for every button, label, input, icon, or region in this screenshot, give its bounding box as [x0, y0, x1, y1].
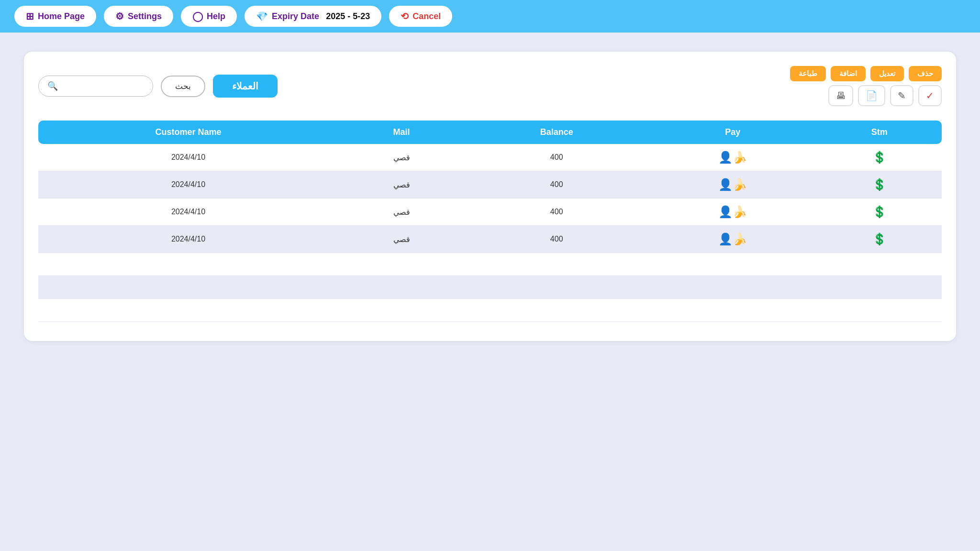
delete-icon: ✓ — [926, 90, 934, 101]
stm-icon: 💲 — [872, 232, 887, 245]
print-icon-button[interactable]: 🖶 — [828, 85, 853, 106]
col-balance: Balance — [465, 121, 648, 144]
cell-customer-name: 2024/4/10 — [38, 198, 338, 226]
cell-customer-name: 2024/4/10 — [38, 144, 338, 171]
card: 🔍 بحث العملاء طباعة اضافة — [24, 52, 956, 341]
homepage-icon: ⊞ — [26, 11, 34, 22]
col-stm: Stm — [817, 121, 942, 144]
cell-mail: قصي — [338, 226, 465, 253]
cell-customer-name: 2024/4/10 — [38, 171, 338, 198]
cell-mail: قصي — [338, 198, 465, 226]
table-row: 2024/4/10قصي400👤🍌💲 — [38, 226, 942, 253]
add-icon-button[interactable]: 📄 — [858, 85, 885, 106]
cancel-icon: ⟲ — [401, 11, 409, 22]
cell-pay[interactable]: 👤🍌 — [648, 144, 817, 171]
cancel-button[interactable]: ⟲ Cancel — [389, 6, 452, 27]
edit-label-button[interactable]: تعديل — [870, 66, 904, 81]
search-icon: 🔍 — [47, 81, 58, 91]
pay-icon: 👤🍌 — [718, 205, 747, 218]
cell-mail: قصي — [338, 171, 465, 198]
search-button[interactable]: بحث — [161, 76, 205, 97]
cell-stm[interactable]: 💲 — [817, 144, 942, 171]
delete-icon-button[interactable]: ✓ — [918, 85, 942, 106]
pay-icon: 👤🍌 — [718, 178, 747, 191]
pay-icon: 👤🍌 — [718, 151, 747, 164]
col-mail: Mail — [338, 121, 465, 144]
main-content: 🔍 بحث العملاء طباعة اضافة — [0, 33, 980, 360]
action-labels: طباعة اضافة تعديل حذف — [790, 66, 942, 81]
col-customer-name: Customer Name — [38, 121, 338, 144]
stm-icon: 💲 — [872, 151, 887, 164]
cell-customer-name: 2024/4/10 — [38, 226, 338, 253]
add-file-icon: 📄 — [866, 90, 878, 101]
table-row-empty — [38, 276, 942, 299]
help-button[interactable]: ◯ Help — [181, 6, 237, 27]
cell-balance: 400 — [465, 144, 648, 171]
stm-icon: 💲 — [872, 205, 887, 218]
top-bar: ⊞ Home Page ⚙ Settings ◯ Help 💎 Expiry D… — [0, 0, 980, 33]
delete-label-button[interactable]: حذف — [909, 66, 942, 81]
cell-balance: 400 — [465, 226, 648, 253]
settings-icon: ⚙ — [115, 11, 124, 22]
search-input[interactable] — [62, 82, 138, 90]
settings-button[interactable]: ⚙ Settings — [104, 6, 173, 27]
action-group: طباعة اضافة تعديل حذف 🖶 — [790, 66, 942, 106]
table-row-empty — [38, 299, 942, 322]
customers-button[interactable]: العملاء — [213, 75, 278, 98]
add-label-button[interactable]: اضافة — [831, 66, 866, 81]
help-icon: ◯ — [192, 11, 203, 22]
cell-stm[interactable]: 💲 — [817, 171, 942, 198]
cell-stm[interactable]: 💲 — [817, 226, 942, 253]
toolbar: 🔍 بحث العملاء طباعة اضافة — [38, 66, 942, 106]
table-row-empty — [38, 253, 942, 276]
edit-icon: ✎ — [898, 90, 906, 101]
cell-balance: 400 — [465, 171, 648, 198]
pay-icon: 👤🍌 — [718, 232, 747, 245]
print-label-button[interactable]: طباعة — [790, 66, 826, 81]
cell-balance: 400 — [465, 198, 648, 226]
action-icons-row: 🖶 📄 ✎ ✓ — [828, 85, 942, 106]
expiry-date-display: 💎 Expiry Date 2025 - 5-23 — [245, 6, 381, 27]
search-box: 🔍 — [38, 76, 153, 97]
homepage-button[interactable]: ⊞ Home Page — [14, 6, 96, 27]
expiry-icon: 💎 — [256, 11, 268, 22]
print-icon: 🖶 — [836, 90, 846, 101]
cell-pay[interactable]: 👤🍌 — [648, 226, 817, 253]
table-row: 2024/4/10قصي400👤🍌💲 — [38, 144, 942, 171]
cell-stm[interactable]: 💲 — [817, 198, 942, 226]
cell-pay[interactable]: 👤🍌 — [648, 198, 817, 226]
table-row: 2024/4/10قصي400👤🍌💲 — [38, 198, 942, 226]
cell-pay[interactable]: 👤🍌 — [648, 171, 817, 198]
table-row: 2024/4/10قصي400👤🍌💲 — [38, 171, 942, 198]
col-pay: Pay — [648, 121, 817, 144]
data-table: Customer Name Mail Balance Pay Stm — [38, 121, 942, 322]
stm-icon: 💲 — [872, 178, 887, 191]
edit-icon-button[interactable]: ✎ — [890, 85, 913, 106]
cell-mail: قصي — [338, 144, 465, 171]
